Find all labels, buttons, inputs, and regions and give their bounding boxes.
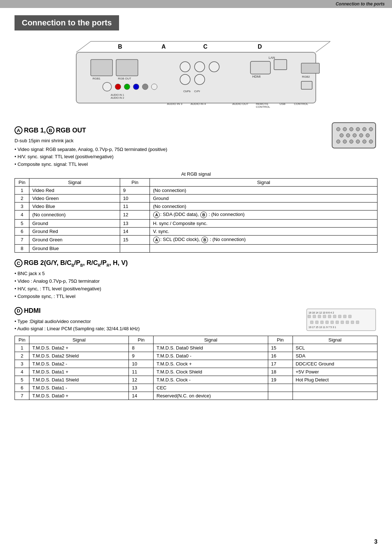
bullet-1: Video signal: RGB separate, Analog, 0.7V… (15, 146, 323, 154)
rgb2-bullet-4: Composite sync, : TTL level (15, 293, 377, 301)
svg-rect-67 (338, 315, 341, 318)
svg-rect-76 (341, 321, 344, 324)
rgb2-bullet-2: Video : Analog 0.7Vp-p, 75Ω terminator (15, 278, 377, 285)
svg-text:USB: USB (279, 102, 285, 106)
rgb-ab-bullets: Video signal: RGB separate, Analog, 0.7V… (15, 146, 323, 168)
svg-point-17 (142, 84, 148, 90)
table-row: 5T.M.D.S. Data1 Shield 12T.M.D.S. Clock … (15, 376, 377, 384)
svg-text:CbPb: CbPb (183, 90, 191, 93)
col-signal2: Signal (150, 178, 377, 186)
svg-point-16 (133, 84, 139, 90)
device-diagram-svg: A B C D LAN RGB1 RGB OUT (54, 38, 338, 118)
svg-rect-77 (346, 321, 349, 324)
rgb2-bullet-3: H/V, sync, : TTL level (positive/negativ… (15, 285, 377, 293)
svg-rect-11 (116, 60, 138, 76)
hdmi-col-pin2: Pin (129, 336, 154, 344)
col-signal1: Signal (29, 178, 120, 186)
svg-point-48 (340, 134, 343, 137)
table-row: 3Video Blue 11(No connection) (15, 202, 377, 210)
rgb-ab-heading: A RGB 1, B RGB OUT (15, 126, 323, 134)
table-row: 4T.M.D.S. Data1 + 11T.M.D.S. Clock Shiel… (15, 368, 377, 376)
svg-rect-64 (323, 315, 326, 318)
hdmi-section: D HDMI Type :Digital audio/video connect… (15, 307, 377, 400)
svg-point-14 (115, 84, 121, 90)
svg-point-50 (353, 134, 356, 137)
table-row: 8Ground Blue (15, 244, 377, 252)
svg-point-13 (103, 82, 111, 91)
hdmi-heading: D HDMI (15, 307, 298, 315)
svg-text:A: A (162, 44, 166, 50)
svg-rect-33 (301, 81, 312, 89)
svg-line-2 (316, 41, 330, 52)
svg-point-54 (343, 140, 347, 143)
hdmi-col-pin3: Pin (268, 336, 293, 344)
hdmi-bullets: Type :Digital audio/video connector Audi… (15, 318, 298, 333)
svg-point-23 (209, 62, 219, 72)
svg-rect-61 (308, 315, 311, 318)
rgb-connector-img (330, 119, 377, 153)
rgb-ab-section: A RGB 1, B RGB OUT D-sub 15pin mini shri… (15, 126, 377, 253)
svg-rect-70 (310, 321, 313, 324)
page-wrapper: Connection to the ports Connection to th… (0, 0, 392, 556)
circle-c: C (15, 259, 23, 267)
svg-text:AUDIO IN 4: AUDIO IN 4 (191, 102, 206, 106)
rgb2-bullet-1: BNC jack x 5 (15, 270, 377, 278)
rgb2-heading: C RGB 2(G/Y, B/CB/PB, R/CR/PR, H, V) (15, 259, 377, 267)
svg-rect-66 (333, 315, 336, 318)
table-row: 1Video Red 9(No connection) (15, 186, 377, 194)
hdmi-bullet-1: Type :Digital audio/video connector (15, 318, 298, 326)
svg-rect-75 (336, 321, 339, 324)
svg-rect-72 (320, 321, 323, 324)
svg-point-21 (180, 62, 190, 72)
svg-rect-71 (315, 321, 318, 324)
device-diagram: A B C D LAN RGB1 RGB OUT (15, 38, 377, 118)
svg-rect-79 (356, 321, 359, 324)
table-row: 7Ground Green 15 A: SCL (DDC clock), B :… (15, 235, 377, 244)
svg-text:LAN: LAN (269, 56, 275, 60)
hdmi-col-signal1: Signal (29, 336, 129, 344)
svg-point-58 (369, 140, 373, 143)
svg-point-57 (363, 140, 366, 143)
svg-text:CONTROL: CONTROL (256, 105, 270, 109)
hdmi-connector-img: 18 16 14 12 10 8 6 4 2 (305, 307, 377, 334)
svg-text:RGB OUT: RGB OUT (118, 77, 131, 80)
rgb2-bullets: BNC jack x 5 Video : Analog 0.7Vp-p, 75Ω… (15, 270, 377, 300)
svg-point-53 (336, 140, 340, 143)
svg-point-46 (363, 127, 366, 131)
svg-point-42 (336, 127, 340, 131)
col-pin2: Pin (120, 178, 150, 186)
svg-rect-30 (274, 60, 287, 70)
svg-rect-62 (313, 315, 316, 318)
svg-point-43 (343, 127, 347, 131)
table-row: 2Video Green 10Ground (15, 194, 377, 202)
hdmi-col-signal3: Signal (293, 336, 377, 344)
table-row: 5Ground 13H. sync / Composite sync. (15, 219, 377, 227)
svg-text:RGB2: RGB2 (302, 75, 310, 78)
page-number: 3 (374, 539, 377, 545)
svg-point-52 (366, 134, 369, 137)
svg-rect-73 (326, 321, 328, 324)
table-row: 2T.M.D.S. Data2 Shield 9T.M.D.S. Data0 -… (15, 352, 377, 360)
svg-text:B: B (118, 44, 122, 50)
svg-rect-28 (250, 61, 270, 74)
svg-point-55 (350, 140, 353, 143)
svg-text:CONTROL: CONTROL (294, 102, 309, 106)
table-row: 3T.M.D.S. Data2 - 10T.M.D.S. Clock + 17D… (15, 360, 377, 368)
svg-point-15 (124, 84, 130, 90)
svg-text:AUDIO IN 2: AUDIO IN 2 (111, 97, 124, 99)
hdmi-signal-table: Pin Signal Pin Signal Pin Signal 1T.M.D.… (15, 336, 377, 400)
bullet-2: H/V. sync. signal: TTL level (positive/n… (15, 153, 323, 161)
svg-point-49 (346, 134, 350, 137)
bullet-3: Composite sync. signal: TTL level (15, 161, 323, 168)
svg-text:CrPr: CrPr (194, 90, 200, 93)
svg-point-18 (151, 84, 157, 90)
header-text: Connection to the ports (336, 1, 385, 7)
svg-point-45 (356, 127, 360, 131)
svg-text:AUDIO IN 1: AUDIO IN 1 (111, 94, 124, 96)
svg-point-44 (350, 127, 353, 131)
hdmi-col-pin1: Pin (15, 336, 29, 344)
section-title-box: Connection to the ports (15, 15, 119, 30)
rgb2-section: C RGB 2(G/Y, B/CB/PB, R/CR/PR, H, V) BNC… (15, 259, 377, 301)
svg-rect-65 (328, 315, 331, 318)
svg-text:C: C (203, 44, 208, 50)
